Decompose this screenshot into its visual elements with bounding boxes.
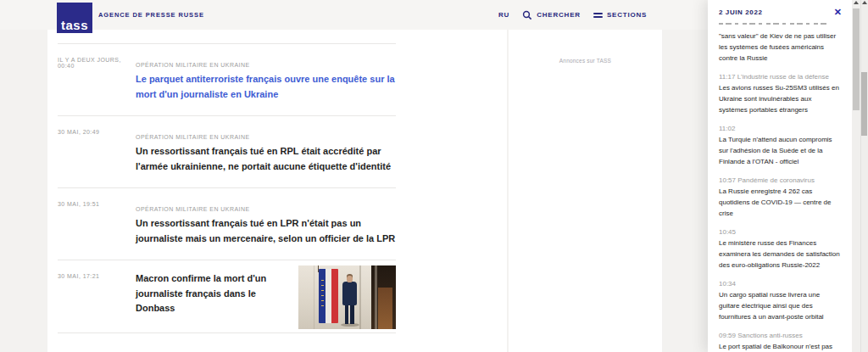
browser-scrollbar-track[interactable] xyxy=(860,0,868,352)
photo-figure-legs xyxy=(345,305,354,324)
sidebar-item-time: 10:34 xyxy=(719,280,736,288)
search-button[interactable]: CHERCHER xyxy=(522,10,581,20)
article-body: Macron confirme la mort d'un journaliste… xyxy=(136,271,396,329)
sidebar-item-time: 11:17 xyxy=(719,73,735,81)
sidebar-item-time: 10:45 xyxy=(719,228,736,236)
photo-doorway-interior xyxy=(378,288,392,329)
sidebar-item-headline-link[interactable]: Le ministère russe des Finances examiner… xyxy=(719,237,840,271)
sidebar-item-headline-link[interactable]: Les avions russes Su-25SM3 utilisés en U… xyxy=(719,82,840,115)
sidebar-item-meta: 10:34 xyxy=(719,278,840,289)
sidebar-news-item: "sans valeur" de Kiev de ne pas utiliser… xyxy=(719,23,840,64)
sidebar-item-meta: 09:59 Sanctions anti-russes xyxy=(719,330,840,341)
article-row: 30 MAI, 20:49 OPÉRATION MILITAIRE EN UKR… xyxy=(58,116,396,188)
scroll-up-arrow-icon[interactable] xyxy=(854,1,859,4)
sidebar-news-list: "sans valeur" de Kiev de ne pas utiliser… xyxy=(708,23,852,352)
brand-tagline: AGENCE DE PRESSE RUSSE xyxy=(98,11,204,19)
ad-column: Annonces sur TASS xyxy=(509,30,662,352)
sidebar-news-item: 10:57 Pandémie de coronavirus La Russie … xyxy=(719,175,840,219)
sections-menu-button[interactable]: SECTIONS xyxy=(593,11,647,20)
news-ticker-sidebar: 2 JUIN 2022 ✕ "sans valeur" de Kiev de n… xyxy=(708,0,852,352)
sidebar-scrollbar-thumb[interactable] xyxy=(853,8,860,110)
sidebar-item-headline-link[interactable]: Un cargo spatial russe livrera une guita… xyxy=(719,289,840,322)
search-icon xyxy=(522,10,532,20)
sidebar-item-headline-link[interactable]: Le port spatial de Baïkonour n'est pas a… xyxy=(719,341,840,352)
sections-label: SECTIONS xyxy=(607,11,647,19)
article-timestamp: 30 MAI, 17:21 xyxy=(58,271,136,329)
sidebar-item-headline-link[interactable]: La Turquie n'attend aucun compromis sur … xyxy=(719,134,840,167)
sidebar-news-item: 11:02 La Turquie n'attend aucun compromi… xyxy=(719,123,840,167)
article-timestamp: 30 MAI, 20:49 xyxy=(58,127,136,174)
sidebar-item-headline-link[interactable]: "sans valeur" de Kiev de ne pas utiliser… xyxy=(719,31,840,64)
photo-french-flag xyxy=(319,269,338,323)
article-title-link[interactable]: Macron confirme la mort d'un journaliste… xyxy=(136,271,290,316)
tass-logo[interactable]: Tass xyxy=(57,3,92,33)
language-label: RU xyxy=(498,11,509,19)
sidebar-item-time: 09:59 xyxy=(719,332,736,339)
hamburger-icon xyxy=(593,11,603,20)
clipped-text-remnant xyxy=(719,23,827,25)
sidebar-item-meta: 10:57 Pandémie de coronavirus xyxy=(719,175,840,186)
search-label: CHERCHER xyxy=(537,11,581,19)
photo-wall-panel-line xyxy=(359,265,361,329)
header-nav: RU CHERCHER SECTIONS xyxy=(498,0,647,30)
article-feed: IL Y A DEUX JOURS, 00:40 OPÉRATION MILIT… xyxy=(58,43,396,333)
article-row: 30 MAI, 19:51 OPÉRATION MILITAIRE EN UKR… xyxy=(58,188,396,260)
sidebar-news-item: 09:59 Sanctions anti-russes Le port spat… xyxy=(719,330,840,352)
article-body: OPÉRATION MILITAIRE EN UKRAINE Un ressor… xyxy=(136,199,396,246)
language-switch-ru[interactable]: RU xyxy=(498,11,509,19)
scroll-up-arrow-icon[interactable] xyxy=(862,1,867,4)
article-body: OPÉRATION MILITAIRE EN UKRAINE Le parque… xyxy=(136,55,396,102)
photo-wall-panel-line xyxy=(314,265,314,329)
article-title-link[interactable]: Un ressortissant français tué en RPL éta… xyxy=(136,144,396,174)
sidebar-news-item: 10:34 Un cargo spatial russe livrera une… xyxy=(719,278,840,322)
sidebar-item-headline-link[interactable]: La Russie enregistre 4 262 cas quotidien… xyxy=(719,186,840,219)
sidebar-date: 2 JUIN 2022 xyxy=(719,8,763,16)
ads-on-tass-label: Annonces sur TASS xyxy=(509,58,662,64)
sidebar-header: 2 JUIN 2022 ✕ xyxy=(708,0,852,21)
browser-scrollbar-thumb[interactable] xyxy=(861,72,867,136)
article-category-link[interactable]: OPÉRATION MILITAIRE EN UKRAINE xyxy=(136,134,250,140)
sidebar-item-meta: 11:02 xyxy=(719,123,840,134)
article-row: 30 MAI, 17:21 Macron confirme la mort d'… xyxy=(58,260,396,333)
article-timestamp: 30 MAI, 19:51 xyxy=(58,199,136,246)
sidebar-item-meta: 11:17 L'industrie russe de la défense xyxy=(719,71,840,82)
article-title-link[interactable]: Le parquet antiterroriste français ouvre… xyxy=(136,72,396,102)
close-icon[interactable]: ✕ xyxy=(834,8,842,17)
article-timestamp: IL Y A DEUX JOURS, 00:40 xyxy=(58,55,136,102)
sidebar-item-category[interactable]: L'industrie russe de la défense xyxy=(737,73,829,81)
sidebar-news-item: 11:17 L'industrie russe de la défense Le… xyxy=(719,71,840,115)
sidebar-item-time: 11:02 xyxy=(719,125,735,132)
sidebar-item-time: 10:57 xyxy=(719,176,736,184)
article-photo-macron-flag[interactable] xyxy=(298,265,396,329)
main-article-column: IL Y A DEUX JOURS, 00:40 OPÉRATION MILIT… xyxy=(47,30,507,352)
sidebar-item-category[interactable]: Pandémie de coronavirus xyxy=(737,176,815,184)
article-body: OPÉRATION MILITAIRE EN UKRAINE Un ressor… xyxy=(136,127,396,174)
article-category-link[interactable]: OPÉRATION MILITAIRE EN UKRAINE xyxy=(136,62,250,68)
photo-figure-head xyxy=(347,276,353,282)
sidebar-item-category[interactable]: Sanctions anti-russes xyxy=(737,332,802,339)
photo-doorway-edge-light xyxy=(375,265,377,329)
article-title-link[interactable]: Un ressortissant français tué en LPR n'é… xyxy=(136,216,396,246)
sidebar-item-meta: 10:45 xyxy=(719,226,840,237)
article-row: IL Y A DEUX JOURS, 00:40 OPÉRATION MILIT… xyxy=(58,44,396,116)
photo-figure-suit xyxy=(342,282,357,305)
article-category-link[interactable]: OPÉRATION MILITAIRE EN UKRAINE xyxy=(136,206,250,212)
sidebar-news-item: 10:45 Le ministère russe des Finances ex… xyxy=(719,226,840,271)
